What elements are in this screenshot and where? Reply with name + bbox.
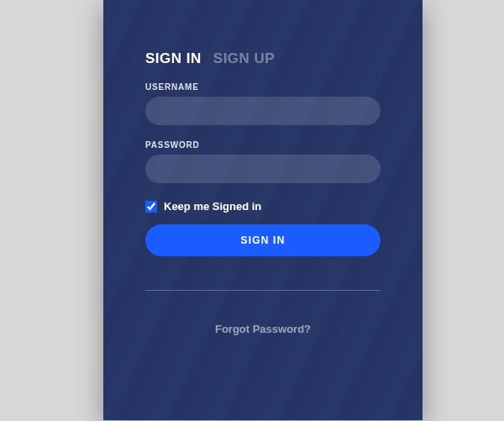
forgot-password-link[interactable]: Forgot Password?: [145, 323, 381, 335]
tab-signin[interactable]: SIGN IN: [145, 50, 202, 67]
tab-signup[interactable]: SIGN UP: [213, 50, 275, 67]
divider: [145, 290, 381, 291]
signin-button[interactable]: SIGN IN: [145, 224, 381, 256]
signin-card: SIGN IN SIGN UP USERNAME PASSWORD Keep m…: [103, 0, 423, 420]
keep-signed-in-row: Keep me Signed in: [145, 200, 381, 213]
keep-signed-in-checkbox[interactable]: [145, 201, 157, 213]
username-input[interactable]: [145, 97, 381, 125]
auth-tabs: SIGN IN SIGN UP: [145, 50, 381, 67]
password-label: PASSWORD: [145, 140, 381, 150]
password-input[interactable]: [145, 155, 381, 183]
username-label: USERNAME: [145, 82, 381, 92]
keep-signed-in-label: Keep me Signed in: [164, 200, 261, 213]
